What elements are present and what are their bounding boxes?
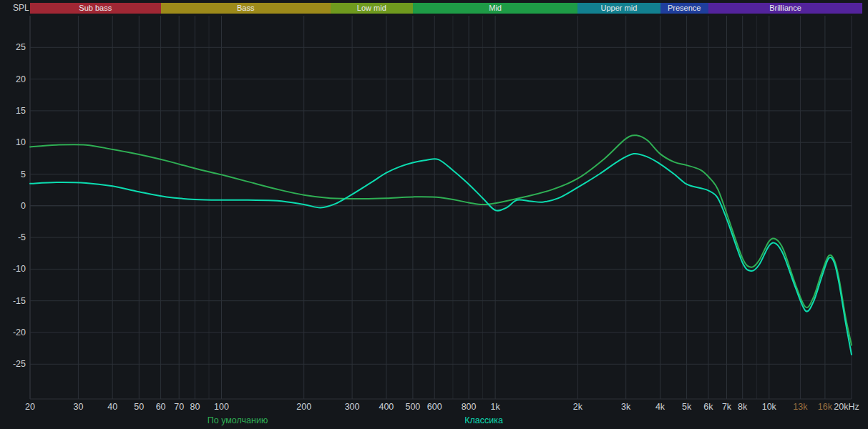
legend-preset-default[interactable]: По умолчанию [208,415,268,425]
x-tick-800: 800 [462,402,477,412]
x-tick-13k: 13k [793,402,808,412]
x-tick-80: 80 [190,402,200,412]
y-tick--20: -20 [13,327,26,337]
x-tick-6k: 6k [703,402,713,412]
x-tick-40: 40 [107,402,117,412]
x-tick-600: 600 [427,402,442,412]
y-tick--10: -10 [13,264,26,274]
y-tick-15: 15 [16,106,26,116]
x-tick-8k: 8k [738,402,748,412]
y-tick-5: 5 [21,169,26,179]
y-tick--5: -5 [18,232,26,242]
y-tick--25: -25 [13,359,26,369]
x-tick-500: 500 [405,402,420,412]
x-tick-4k: 4k [655,402,665,412]
frequency-response-panel: SPL Sub bassBassLow midMidUpper midPrese… [0,0,868,429]
x-tick-30: 30 [73,402,83,412]
x-tick-3k: 3k [621,402,631,412]
x-tick-50: 50 [134,402,144,412]
x-tick-20kHz: 20kHz [834,402,859,412]
x-tick-400: 400 [379,402,394,412]
y-tick--15: -15 [13,296,26,306]
x-tick-5k: 5k [682,402,692,412]
y-tick-25: 25 [16,42,26,52]
curve-preset-classic [30,154,852,355]
frequency-response-chart: 203040506070801002003004005006008001k2k3… [0,0,868,429]
x-tick-2k: 2k [573,402,583,412]
x-tick-7k: 7k [722,402,732,412]
x-tick-200: 200 [296,402,311,412]
legend-preset-classic[interactable]: Классика [464,415,503,425]
x-tick-60: 60 [156,402,166,412]
x-tick-16k: 16k [818,402,833,412]
x-tick-1k: 1k [490,402,500,412]
x-tick-20: 20 [25,402,35,412]
x-tick-70: 70 [174,402,184,412]
y-tick-20: 20 [16,74,26,84]
curve-preset-default [30,135,852,345]
y-tick-0: 0 [21,201,26,211]
x-tick-300: 300 [345,402,360,412]
y-tick-10: 10 [16,137,26,147]
x-tick-100: 100 [214,402,229,412]
x-tick-10k: 10k [762,402,777,412]
